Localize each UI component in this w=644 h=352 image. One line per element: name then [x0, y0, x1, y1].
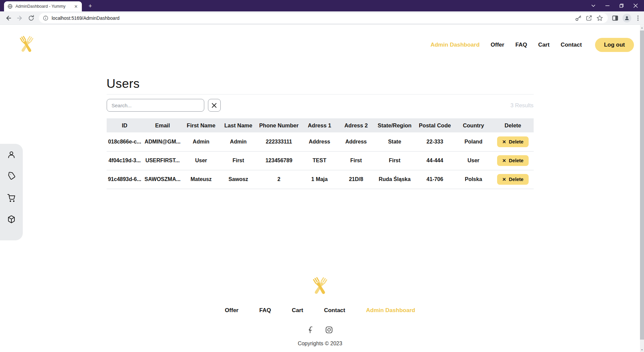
cell-postal: 44-444 [415, 151, 455, 170]
globe-favicon-icon [7, 4, 13, 9]
delete-user-button[interactable]: ✕Delete [497, 136, 528, 147]
nav-admin-dashboard[interactable]: Admin Dashboard [430, 42, 479, 48]
cell-adress-1: TEST [301, 151, 338, 170]
close-icon: ✕ [502, 177, 506, 182]
cell-state: State [374, 132, 415, 151]
page-content: ▲ ▼ Admin Dashboard Offer FAQ Cart Conta… [0, 25, 644, 352]
browser-tabstrip: AdminDashboard - Yummy ✕ + [0, 0, 644, 11]
cell-phone: 222333111 [257, 132, 301, 151]
products-package-icon[interactable] [7, 215, 16, 224]
col-delete: Delete [492, 118, 534, 132]
cell-phone: 123456789 [257, 151, 301, 170]
col-id: ID [107, 118, 143, 132]
page-title: Users [107, 77, 534, 91]
bookmark-star-icon[interactable] [596, 15, 603, 21]
page-scrollbar[interactable]: ▲ ▼ [640, 25, 644, 352]
footer-nav-contact[interactable]: Contact [324, 307, 345, 314]
cell-adress-1: 1 Maja [301, 170, 338, 189]
yummy-logo-icon[interactable] [16, 32, 37, 58]
cell-id: 91c4893d-6... [107, 170, 143, 189]
col-phone: Phone Number [257, 118, 301, 132]
browser-menu-chevron-icon[interactable] [588, 1, 599, 11]
footer-nav-offer[interactable]: Offer [225, 307, 238, 314]
cell-first-name: Admin [182, 132, 220, 151]
cell-first-name: User [182, 151, 220, 170]
close-button[interactable] [630, 1, 641, 11]
footer-nav-cart[interactable]: Cart [292, 307, 303, 314]
new-tab-button[interactable]: + [87, 2, 94, 10]
site-header: Admin Dashboard Offer FAQ Cart Contact L… [0, 25, 640, 65]
admin-sidebar [0, 144, 23, 240]
logout-button[interactable]: Log out [595, 38, 634, 52]
close-icon [212, 103, 217, 108]
maximize-button[interactable] [616, 1, 627, 11]
cell-country: Poland [455, 132, 492, 151]
facebook-icon[interactable] [307, 326, 315, 334]
cell-state: First [374, 151, 415, 170]
instagram-icon[interactable] [325, 326, 333, 334]
close-icon: ✕ [502, 139, 506, 144]
cell-adress-2: 21D/8 [338, 170, 374, 189]
tab-title: AdminDashboard - Yummy [15, 4, 73, 9]
table-row: 91c4893d-6... SAWOSZMA... Mateusz Sawosz… [107, 170, 534, 189]
side-panel-icon[interactable] [612, 15, 619, 21]
forward-button[interactable] [15, 13, 25, 23]
users-person-icon[interactable] [7, 151, 16, 159]
url-bar[interactable]: localhost:5169/AdminDashboard [39, 13, 608, 23]
cell-email: SAWOSZMA... [143, 170, 182, 189]
search-input[interactable] [107, 99, 204, 112]
nav-cart[interactable]: Cart [538, 42, 549, 48]
cell-last-name: Sawosz [220, 170, 257, 189]
close-icon: ✕ [502, 158, 506, 163]
results-count: 3 Results [511, 102, 534, 109]
tab-close-icon[interactable]: ✕ [73, 4, 79, 9]
yummy-footer-logo-icon [309, 275, 331, 298]
cell-last-name: Admin [220, 132, 257, 151]
scrollbar-thumb[interactable] [640, 31, 644, 340]
offers-tag-icon[interactable] [7, 172, 16, 181]
profile-avatar[interactable] [623, 14, 631, 22]
footer-nav-admin-dashboard[interactable]: Admin Dashboard [366, 307, 415, 314]
cart-icon[interactable] [7, 193, 16, 202]
cell-adress-2: Address [338, 132, 374, 151]
info-icon[interactable] [43, 15, 48, 21]
delete-user-button[interactable]: ✕Delete [497, 174, 528, 185]
scrollbar-up-icon[interactable]: ▲ [640, 25, 644, 30]
col-country: Country [455, 118, 492, 132]
password-key-icon[interactable] [575, 15, 582, 21]
col-state: State/Region [374, 118, 415, 132]
minimize-button[interactable] [602, 1, 613, 11]
scrollbar-down-icon[interactable]: ▼ [640, 347, 644, 352]
cell-email: ADMIN@GM... [143, 132, 182, 151]
reload-button[interactable] [26, 13, 36, 23]
site-footer: Offer FAQ Cart Contact Admin Dashboard C… [0, 275, 640, 352]
delete-user-button[interactable]: ✕Delete [497, 155, 528, 166]
window-controls [588, 0, 641, 11]
col-first-name: First Name [182, 118, 220, 132]
table-row: 4f04c19d-3... USERFIRST... User First 12… [107, 151, 534, 170]
nav-offer[interactable]: Offer [491, 42, 504, 48]
users-table: ID Email First Name Last Name Phone Numb… [107, 118, 534, 189]
cell-country: Polska [455, 170, 492, 189]
browser-menu-dots-icon[interactable] [635, 15, 641, 21]
col-last-name: Last Name [220, 118, 257, 132]
table-row: 018c866e-c... ADMIN@GM... Admin Admin 22… [107, 132, 534, 151]
clear-search-button[interactable] [208, 99, 221, 112]
col-postal: Postal Code [415, 118, 455, 132]
main-content: Users 3 Results ID Email [107, 65, 534, 189]
nav-contact[interactable]: Contact [560, 42, 582, 48]
url-text[interactable]: localhost:5169/AdminDashboard [52, 15, 575, 21]
site-nav: Admin Dashboard Offer FAQ Cart Contact L… [430, 38, 634, 52]
copyright-text: Copyrights © 2023 [298, 341, 342, 347]
browser-toolbar: localhost:5169/AdminDashboard [0, 11, 644, 25]
browser-tab[interactable]: AdminDashboard - Yummy ✕ [4, 1, 82, 11]
col-adress-2: Adress 2 [338, 118, 374, 132]
footer-nav-faq[interactable]: FAQ [259, 307, 271, 314]
social-links [307, 326, 333, 334]
cell-state: Ruda Śląska [374, 170, 415, 189]
col-email: Email [143, 118, 182, 132]
cell-phone: 2 [257, 170, 301, 189]
share-icon[interactable] [586, 15, 592, 21]
nav-faq[interactable]: FAQ [515, 42, 527, 48]
back-button[interactable] [3, 13, 13, 23]
